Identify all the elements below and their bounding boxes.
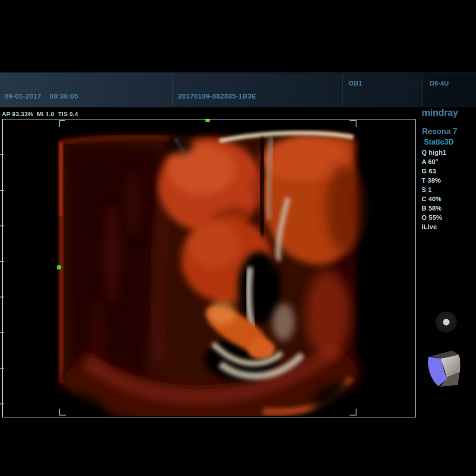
depth-ruler-tick (0, 225, 4, 226)
orientation-marker-square (205, 119, 210, 122)
trackball-dot-icon (443, 319, 450, 325)
exam-datetime: 09-01-201708:36:05 (5, 92, 78, 100)
param-contrast: C 40% (422, 194, 447, 204)
transducer-model: D8-4U (430, 79, 449, 87)
header-bar (0, 73, 476, 107)
volume-render (3, 119, 414, 416)
mechanical-index-value: MI 1.0 (37, 111, 54, 118)
depth-ruler-tick (0, 297, 4, 298)
depth-ruler-tick (0, 403, 4, 404)
header-right-shade (422, 73, 476, 107)
header-separator (172, 74, 173, 106)
depth-ruler-tick (0, 332, 4, 333)
exam-time: 08:36:05 (50, 92, 79, 100)
exam-date: 09-01-2017 (5, 92, 41, 100)
system-name: Resona 7 (422, 127, 457, 136)
voi-orientation-cube-icon (424, 348, 463, 389)
param-opacity: O 55% (422, 213, 447, 222)
mindray-logo: mindray (422, 107, 458, 118)
param-brightness: B 58% (422, 204, 447, 213)
header-separator (422, 74, 423, 106)
param-threshold: T 38% (422, 176, 447, 185)
depth-ruler-tick (0, 154, 4, 155)
header-separator (342, 74, 343, 106)
acoustic-status-line: AP 93.33%MI 1.0TIS 0.4 (2, 111, 82, 118)
reference-marker-dot (57, 265, 61, 270)
acoustic-power-value: AP 93.33% (2, 111, 33, 118)
render-parameter-list: Q high1 A 60° G 63 T 38% S 1 C 40% B 58%… (422, 148, 447, 231)
exam-preset: OB1 (349, 79, 362, 87)
depth-ruler-tick (0, 261, 4, 262)
image-display-area[interactable] (2, 119, 416, 417)
imaging-mode: Static3D (424, 138, 454, 146)
param-gain: G 63 (422, 166, 447, 176)
trackball-indicator (436, 311, 457, 333)
param-ilive: iLive (422, 222, 447, 231)
exam-id: 20170109-082035-1B3E (178, 92, 256, 100)
ultrasound-screen: 09-01-201708:36:05 20170109-082035-1B3E … (0, 0, 476, 476)
param-quality: Q high1 (422, 148, 447, 157)
thermal-index-value: TIS 0.4 (58, 111, 78, 118)
param-smooth: S 1 (422, 185, 447, 194)
depth-ruler-tick (0, 190, 4, 191)
depth-ruler-tick (0, 368, 4, 369)
param-angle: A 60° (422, 157, 447, 166)
